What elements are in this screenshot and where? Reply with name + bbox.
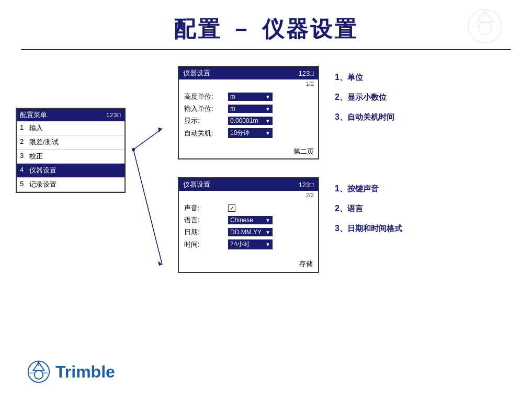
- dropdown-arrow-height: ▼: [265, 94, 270, 100]
- trimble-logo-icon: [26, 359, 51, 384]
- config-menu-title: 配置菜单: [20, 110, 47, 120]
- note2-item-1: 1、按键声音: [335, 182, 408, 195]
- panel2-row-date: 日期: DD.MM.YY ▼: [184, 227, 313, 237]
- page-header: 配置 － 仪器设置: [0, 0, 532, 55]
- store-button[interactable]: 存储: [179, 256, 318, 272]
- panel2-row-lang: 语言: Chinese ▼: [184, 215, 313, 225]
- dropdown-arrow-auto: ▼: [265, 130, 270, 136]
- panel1-page-num: 1/2: [179, 79, 318, 88]
- panel2-label-time: 时间:: [184, 240, 226, 249]
- arrows-svg: [131, 118, 173, 317]
- note2-item-2: 2、语言: [335, 202, 408, 215]
- note1-item-3: 3、自动关机时间: [335, 111, 408, 123]
- panel2-header: 仪器设置 123□: [179, 178, 318, 191]
- header-watermark-logo: [464, 5, 506, 47]
- panel2-row-time: 时间: 24小时 ▼: [184, 239, 313, 249]
- panel2-value-lang[interactable]: Chinese ▼: [228, 216, 273, 224]
- main-content: 配置菜单 123□ 1 输入 2 限差/测试 3 校正 4 仪器设置 5 记录设…: [0, 55, 532, 319]
- menu-label-5: 记录设置: [29, 180, 56, 189]
- instrument-panel-1: 仪器设置 123□ 1/2 高度单位: m ▼ 输入单位:: [178, 66, 319, 159]
- arrow-connectors: [131, 118, 173, 319]
- dropdown-arrow-time: ▼: [265, 242, 270, 247]
- menu-num-4: 4: [20, 166, 27, 175]
- panel1-row-input: 输入单位: m ▼: [184, 104, 313, 113]
- bottom-logo: Trimble: [26, 359, 115, 384]
- panel1-body: 高度单位: m ▼ 输入单位: m ▼ 显示:: [179, 88, 318, 145]
- menu-label-3: 校正: [29, 152, 43, 161]
- menu-label-4: 仪器设置: [29, 166, 56, 175]
- menu-item-input[interactable]: 1 输入: [17, 121, 124, 135]
- note2-item-3: 3、日期和时间格式: [335, 222, 408, 235]
- config-menu-status: 123□: [106, 112, 121, 118]
- svg-point-10: [132, 148, 135, 151]
- menu-item-tolerance[interactable]: 2 限差/测试: [17, 135, 124, 150]
- panel2-value-date[interactable]: DD.MM.YY ▼: [228, 228, 273, 236]
- panel1-value-auto[interactable]: 10分钟 ▼: [228, 128, 273, 138]
- panel1-row-height: 高度单位: m ▼: [184, 92, 313, 101]
- menu-item-record[interactable]: 5 记录设置: [17, 178, 124, 192]
- svg-line-8: [133, 150, 162, 265]
- dropdown-arrow-display: ▼: [265, 118, 270, 124]
- panel2-status: 123□: [298, 181, 314, 189]
- menu-num-5: 5: [20, 180, 27, 189]
- panel1-label-height: 高度单位:: [184, 92, 226, 101]
- instrument-panel-2: 仪器设置 123□ 2/2 声音: ✓ 语言: Chinese: [178, 177, 319, 273]
- panel2-value-time[interactable]: 24小时 ▼: [228, 239, 273, 249]
- panel1-row-display: 显示: 0.00001m ▼: [184, 116, 313, 125]
- panel1-value-input[interactable]: m ▼: [228, 105, 273, 113]
- menu-label-2: 限差/测试: [29, 138, 59, 147]
- svg-line-6: [133, 129, 162, 150]
- menu-item-calibrate[interactable]: 3 校正: [17, 150, 124, 164]
- panel1-status: 123□: [298, 70, 314, 77]
- svg-point-2: [479, 22, 491, 35]
- sound-checkbox[interactable]: ✓: [228, 204, 235, 212]
- panel2-page-num: 2/2: [179, 191, 318, 199]
- config-menu-panel: 配置菜单 123□ 1 输入 2 限差/测试 3 校正 4 仪器设置 5 记录设…: [16, 108, 126, 193]
- panel1-value-height[interactable]: m ▼: [228, 93, 273, 101]
- panel1-label-display: 显示:: [184, 116, 226, 125]
- panel2-label-date: 日期:: [184, 227, 226, 237]
- panel2-label-sound: 声音:: [184, 203, 226, 213]
- screens-section: 仪器设置 123□ 1/2 高度单位: m ▼ 输入单位:: [178, 66, 408, 273]
- config-menu-header: 配置菜单 123□: [17, 109, 124, 121]
- panel1-value-display[interactable]: 0.00001m ▼: [228, 117, 273, 125]
- dropdown-arrow-lang: ▼: [265, 218, 270, 223]
- svg-point-13: [35, 371, 43, 379]
- panel2-body: 声音: ✓ 语言: Chinese ▼ 日期:: [179, 199, 318, 256]
- panel1-label-auto: 自动关机:: [184, 129, 226, 138]
- dropdown-arrow-date: ▼: [265, 230, 270, 235]
- panel1-title: 仪器设置: [183, 68, 210, 78]
- menu-item-instrument[interactable]: 4 仪器设置: [17, 164, 124, 178]
- page-title: 配置 － 仪器设置: [0, 15, 532, 44]
- panel2-label-lang: 语言:: [184, 215, 226, 225]
- config-menu-device: 配置菜单 123□ 1 输入 2 限差/测试 3 校正 4 仪器设置 5 记录设…: [16, 108, 126, 193]
- panel1-nav[interactable]: 第二页: [179, 145, 318, 158]
- screen-row-1: 仪器设置 123□ 1/2 高度单位: m ▼ 输入单位:: [178, 66, 408, 159]
- panel1-row-auto: 自动关机: 10分钟 ▼: [184, 128, 313, 138]
- panel1-label-input: 输入单位:: [184, 104, 226, 113]
- notes-column-2: 1、按键声音 2、语言 3、日期和时间格式: [330, 177, 408, 242]
- menu-num-2: 2: [20, 138, 27, 147]
- notes-column-1: 1、单位 2、显示小数位 3、自动关机时间: [330, 66, 408, 131]
- panel1-header: 仪器设置 123□: [179, 67, 318, 79]
- screen-row-2: 仪器设置 123□ 2/2 声音: ✓ 语言: Chinese: [178, 177, 408, 273]
- trimble-brand-label: Trimble: [55, 362, 115, 382]
- menu-num-3: 3: [20, 152, 27, 161]
- menu-num-1: 1: [20, 123, 27, 133]
- menu-label-1: 输入: [29, 123, 43, 133]
- panel2-title: 仪器设置: [183, 180, 210, 189]
- dropdown-arrow-input: ▼: [265, 106, 270, 112]
- header-divider: [21, 49, 511, 50]
- note1-item-2: 2、显示小数位: [335, 91, 408, 104]
- note1-item-1: 1、单位: [335, 71, 408, 84]
- panel2-row-sound: 声音: ✓: [184, 203, 313, 213]
